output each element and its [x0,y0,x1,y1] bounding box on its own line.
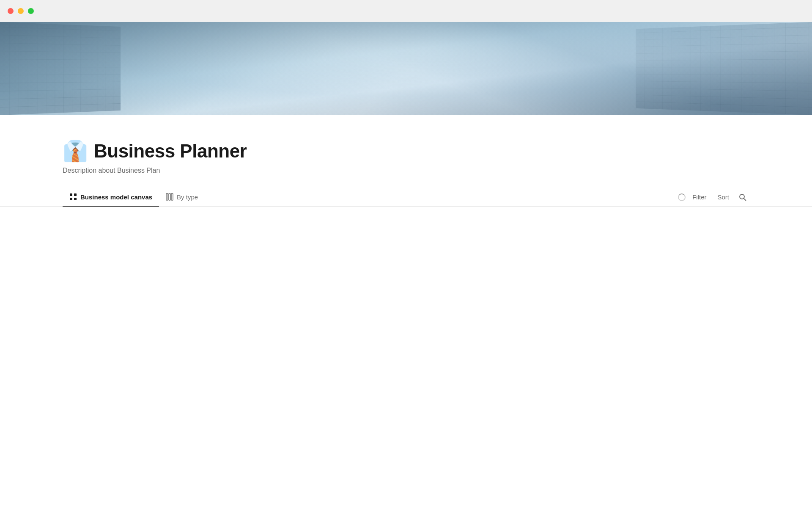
tabs-toolbar-container: Business model canvas By type [0,188,812,207]
svg-rect-2 [70,198,72,200]
filter-button[interactable]: Filter [688,191,710,203]
toolbar-right: Filter Sort [678,190,749,204]
svg-line-8 [744,198,746,200]
columns-icon [166,193,173,201]
hero-overlay [0,22,812,115]
svg-rect-1 [74,193,77,196]
page-description: Description about Business Plan [63,167,749,174]
page-title-row: 👔 Business Planner [63,141,749,162]
close-button[interactable] [8,8,14,14]
main-content: 👔 Business Planner Description about Bus… [0,115,812,207]
page-header: 👔 Business Planner Description about Bus… [0,141,812,174]
page-emoji: 👔 [63,141,88,161]
tab-business-model-canvas[interactable]: Business model canvas [63,188,159,207]
svg-rect-0 [70,193,72,196]
tab-by-type-label: By type [177,193,198,201]
page-title: Business Planner [94,141,247,162]
maximize-button[interactable] [28,8,34,14]
minimize-button[interactable] [18,8,24,14]
sort-label: Sort [717,193,729,201]
search-icon [739,193,746,201]
tab-business-model-canvas-label: Business model canvas [80,193,152,201]
tabs-list: Business model canvas By type [63,188,205,206]
svg-rect-5 [169,193,170,200]
loading-spinner [678,193,686,201]
filter-label: Filter [692,193,706,201]
tab-by-type[interactable]: By type [159,188,205,207]
svg-rect-4 [166,193,168,200]
svg-rect-6 [171,193,173,200]
svg-rect-3 [74,198,77,200]
grid-icon [69,193,77,201]
titlebar [0,0,812,22]
hero-banner [0,22,812,115]
search-button[interactable] [736,190,749,204]
sort-button[interactable]: Sort [713,191,733,203]
